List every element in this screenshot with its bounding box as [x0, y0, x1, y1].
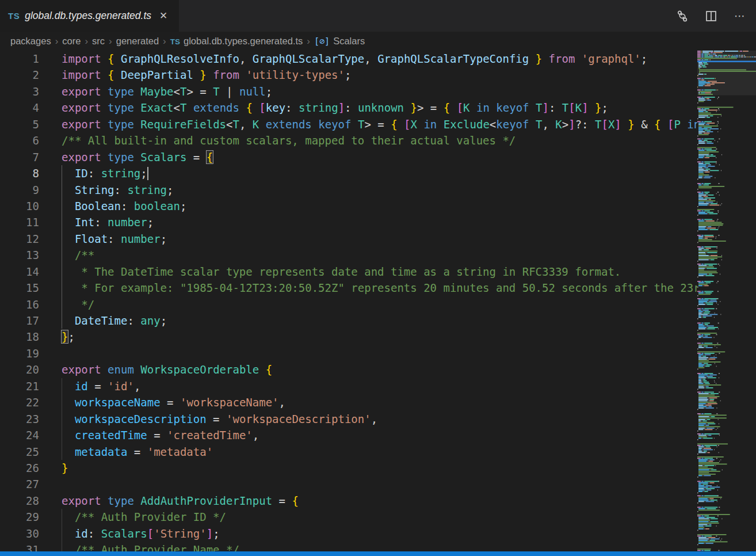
line-number: 11	[0, 214, 39, 230]
line-number: 20	[0, 361, 39, 378]
typescript-file-icon: TS	[8, 11, 20, 21]
line-number: 21	[0, 378, 39, 394]
code-line[interactable]: 11 Int: number;	[0, 214, 697, 230]
code-line[interactable]: 1import { GraphQLResolveInfo, GraphQLSca…	[0, 51, 697, 67]
line-number: 5	[0, 116, 39, 132]
code-line[interactable]: 26}	[0, 460, 697, 476]
code-line[interactable]: 13 /**	[0, 247, 697, 263]
breadcrumb-item-generated[interactable]: generated	[116, 36, 159, 47]
code-text: * For example: "1985-04-12T23:20:50.52Z"…	[62, 280, 697, 296]
code-text: metadata = 'metadata'	[62, 444, 213, 460]
compare-changes-icon	[676, 10, 689, 22]
code-text: createdTime = 'createdTime',	[62, 427, 259, 443]
code-line[interactable]: 30 id: Scalars['String'];	[0, 525, 697, 542]
breadcrumb-separator: ›	[303, 36, 314, 47]
code-line[interactable]: 4export type Exact<T extends { [key: str…	[0, 100, 697, 116]
code-editor[interactable]: 1import { GraphQLResolveInfo, GraphQLSca…	[0, 51, 697, 551]
code-line[interactable]: 28export type AddAuthProviderInput = {	[0, 493, 697, 509]
code-text: workspaceDescription = 'workspaceDescrip…	[62, 411, 377, 427]
status-bar-edge	[0, 551, 756, 556]
type-symbol-icon: [⊘]	[314, 36, 330, 47]
breadcrumb-separator: ›	[81, 36, 92, 47]
code-line[interactable]: 9 String: string;	[0, 182, 697, 198]
close-tab-icon[interactable]: ✕	[159, 11, 167, 21]
line-number: 14	[0, 264, 39, 280]
line-number: 31	[0, 542, 39, 551]
code-line[interactable]: 14 * The DateTime scalar type represents…	[0, 264, 697, 280]
compare-changes-button[interactable]	[675, 9, 689, 23]
code-line[interactable]: 25 metadata = 'metadata'	[0, 444, 697, 460]
split-editor-button[interactable]	[704, 9, 718, 23]
line-number: 1	[0, 51, 39, 67]
code-line[interactable]: 19	[0, 345, 697, 361]
code-line[interactable]: 12 Float: number;	[0, 231, 697, 247]
code-text: export enum WorkspaceOrderable {	[62, 361, 272, 378]
line-number: 27	[0, 476, 39, 492]
line-number: 22	[0, 394, 39, 410]
text-cursor	[147, 167, 148, 180]
line-number: 16	[0, 296, 39, 313]
code-text: * The DateTime scalar type represents da…	[62, 264, 621, 280]
code-line[interactable]: 18};	[0, 329, 697, 345]
tab-bar: TS global.db.types.generated.ts ✕ ⋯	[0, 0, 756, 32]
minimap[interactable]	[697, 51, 756, 551]
code-line[interactable]: 10 Boolean: boolean;	[0, 198, 697, 214]
code-line[interactable]: 8 ID: string;	[0, 165, 697, 181]
breadcrumb-item-src[interactable]: src	[92, 36, 105, 47]
code-text: import { DeepPartial } from 'utility-typ…	[62, 67, 351, 83]
code-line[interactable]: 7export type Scalars = {	[0, 149, 697, 165]
line-number: 6	[0, 132, 39, 148]
code-text: export type AddAuthProviderInput = {	[62, 493, 299, 509]
code-line[interactable]: 27	[0, 476, 697, 492]
breadcrumb-item-file[interactable]: TSglobal.db.types.generated.ts	[170, 36, 303, 47]
line-number: 10	[0, 198, 39, 214]
line-number: 8	[0, 165, 39, 181]
breadcrumb-separator: ›	[51, 36, 63, 47]
line-number: 2	[0, 67, 39, 83]
code-line[interactable]: 20export enum WorkspaceOrderable {	[0, 361, 697, 378]
line-number: 12	[0, 231, 39, 247]
code-line[interactable]: 21 id = 'id',	[0, 378, 697, 394]
line-number: 23	[0, 411, 39, 427]
code-text: Int: number;	[62, 214, 154, 230]
code-text: export type Exact<T extends { [key: stri…	[62, 100, 608, 116]
code-line[interactable]: 6/** All built-in and custom scalars, ma…	[0, 132, 697, 148]
breadcrumb-item-packages[interactable]: packages	[10, 36, 51, 47]
code-line[interactable]: 29 /** Auth Provider ID */	[0, 509, 697, 525]
code-line[interactable]: 15 * For example: "1985-04-12T23:20:50.5…	[0, 280, 697, 296]
code-line[interactable]: 17 DateTime: any;	[0, 313, 697, 329]
code-text: Float: number;	[62, 231, 167, 247]
code-line[interactable]: 5export type RequireFields<T, K extends …	[0, 116, 697, 132]
line-number: 15	[0, 280, 39, 296]
code-text: export type Maybe<T> = T | null;	[62, 83, 272, 100]
code-line[interactable]: 23 workspaceDescription = 'workspaceDesc…	[0, 411, 697, 427]
line-number: 19	[0, 345, 39, 361]
breadcrumb-item-core[interactable]: core	[62, 36, 81, 47]
code-line[interactable]: 2import { DeepPartial } from 'utility-ty…	[0, 67, 697, 83]
code-line[interactable]: 24 createdTime = 'createdTime',	[0, 427, 697, 443]
code-text: /**	[62, 247, 94, 263]
line-number: 3	[0, 83, 39, 100]
code-text: DateTime: any;	[62, 313, 167, 329]
code-line[interactable]: 31 /** Auth Provider Name */	[0, 542, 697, 551]
code-text: ID: string;	[62, 165, 147, 181]
line-number: 9	[0, 182, 39, 198]
code-text: Boolean: boolean;	[62, 198, 186, 214]
code-line[interactable]: 22 workspaceName = 'workspaceName',	[0, 394, 697, 410]
tab-global-db-types[interactable]: TS global.db.types.generated.ts ✕	[0, 0, 180, 32]
breadcrumb: packages›core›src›generated›TSglobal.db.…	[0, 32, 756, 51]
line-number: 7	[0, 149, 39, 165]
code-line[interactable]: 3export type Maybe<T> = T | null;	[0, 83, 697, 100]
code-line[interactable]: 16 */	[0, 296, 697, 313]
code-text: String: string;	[62, 182, 174, 198]
code-text: import { GraphQLResolveInfo, GraphQLScal…	[62, 51, 647, 67]
split-editor-icon	[705, 10, 717, 22]
code-text: export type Scalars = {	[62, 149, 213, 165]
line-number: 17	[0, 313, 39, 329]
code-text: /** All built-in and custom scalars, map…	[62, 132, 516, 148]
ellipsis-icon: ⋯	[734, 9, 746, 22]
breadcrumb-item-symbol[interactable]: [⊘]Scalars	[314, 36, 365, 47]
code-text: /** Auth Provider Name */	[62, 542, 239, 551]
vscode-window: { "tab_bar": { "tab": { "file_icon": "TS…	[0, 0, 756, 556]
more-actions-button[interactable]: ⋯	[733, 9, 747, 23]
